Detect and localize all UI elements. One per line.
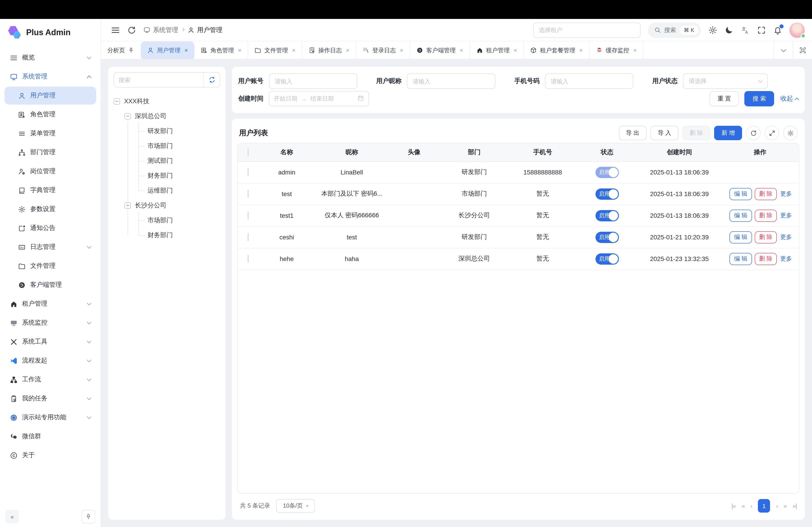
tab-tenant-package-mgmt[interactable]: 租户套餐管理 ×	[524, 42, 589, 59]
import-button[interactable]: 导 入	[651, 126, 678, 140]
tree-node-branch[interactable]: 长沙分公司	[125, 198, 220, 213]
sidebar-item-system-mgmt[interactable]: 系统管理	[4, 67, 96, 86]
collapse-filters-link[interactable]: 收起	[780, 95, 798, 103]
settings-gear-icon[interactable]	[708, 26, 717, 34]
sidebar-item-dict-mgmt[interactable]: 字典管理	[4, 181, 96, 199]
sidebar-pin-button[interactable]	[82, 510, 95, 523]
row-delete-button[interactable]: 删 除	[755, 231, 777, 243]
refresh-icon[interactable]	[127, 26, 136, 34]
sidebar-item-workflow[interactable]: 工作流	[4, 371, 96, 389]
status-select[interactable]: 请选择	[683, 74, 768, 89]
sidebar-collapse-button[interactable]: «	[5, 510, 19, 523]
content-fullscreen-button[interactable]	[793, 42, 812, 59]
sidebar-item-menu-mgmt[interactable]: 菜单管理	[4, 124, 96, 142]
sidebar-item-user-mgmt[interactable]: 用户管理	[4, 87, 96, 105]
user-avatar[interactable]	[789, 22, 805, 37]
row-delete-button[interactable]: 删 除	[755, 188, 777, 200]
table-expand-button[interactable]	[765, 126, 779, 140]
date-range-picker[interactable]: 开始日期 → 结束日期	[269, 91, 369, 106]
fullscreen-icon[interactable]	[757, 26, 766, 34]
status-toggle[interactable]: 启用	[595, 167, 619, 178]
sidebar-item-dept-mgmt[interactable]: 部门管理	[4, 144, 96, 161]
close-tab-icon[interactable]: ×	[292, 47, 295, 54]
status-toggle[interactable]: 启用	[595, 253, 619, 265]
global-search[interactable]: 搜索 ⌘ K	[648, 22, 701, 37]
sidebar-item-param-settings[interactable]: 参数设置	[4, 200, 96, 218]
breadcrumb-user-mgmt[interactable]: 用户管理	[188, 26, 222, 34]
tab-file-mgmt[interactable]: 文件管理 ×	[248, 42, 302, 59]
collapse-box-icon[interactable]	[125, 202, 131, 209]
tree-leaf[interactable]: 市场部门	[139, 213, 220, 228]
first-page-button[interactable]: |«	[731, 502, 736, 509]
export-button[interactable]: 导 出	[619, 126, 647, 140]
close-tab-icon[interactable]: ×	[346, 47, 349, 54]
sidebar-item-file-mgmt[interactable]: 文件管理	[4, 257, 96, 275]
sidebar-item-my-tasks[interactable]: 我的任务	[4, 390, 96, 408]
language-translate-icon[interactable]: 文A	[741, 26, 750, 34]
sidebar-item-system-tools[interactable]: 系统工具	[4, 333, 96, 351]
add-button[interactable]: 新 增	[714, 126, 742, 140]
row-delete-button[interactable]: 删 除	[755, 253, 777, 265]
tree-leaf[interactable]: 财务部门	[139, 168, 220, 183]
sidebar-item-tenant-mgmt[interactable]: 租户管理	[4, 295, 96, 313]
tree-search-input[interactable]	[114, 76, 203, 83]
close-tab-icon[interactable]: ×	[185, 47, 188, 54]
row-checkbox[interactable]	[248, 211, 249, 220]
status-toggle[interactable]: 启用	[595, 231, 619, 243]
close-tab-icon[interactable]: ×	[238, 47, 241, 54]
more-button[interactable]: 更多	[780, 212, 792, 219]
sidebar-item-wechat-group[interactable]: 微信群	[4, 427, 96, 446]
tab-list-dropdown-button[interactable]	[774, 42, 793, 59]
column-settings-gear-button[interactable]	[783, 126, 798, 140]
sidebar-item-role-mgmt[interactable]: 角色管理	[4, 105, 96, 123]
table-refresh-button[interactable]	[746, 126, 760, 140]
tab-role-mgmt[interactable]: 角色管理 ×	[194, 42, 248, 59]
more-button[interactable]: 更多	[780, 255, 792, 262]
row-checkbox[interactable]	[248, 168, 249, 176]
row-checkbox[interactable]	[248, 255, 249, 263]
nickname-input[interactable]	[407, 74, 495, 89]
edit-button[interactable]: 编 辑	[729, 188, 752, 200]
status-toggle[interactable]: 启用	[595, 188, 619, 199]
tree-leaf[interactable]: 测试部门	[139, 153, 220, 168]
sidebar-item-demo-features[interactable]: 演示站专用功能	[4, 408, 96, 426]
tab-cache-monitor[interactable]: 缓存监控 ×	[590, 42, 643, 59]
sidebar-item-system-monitor[interactable]: 系统监控	[4, 314, 96, 332]
row-checkbox[interactable]	[248, 190, 249, 198]
dark-mode-moon-icon[interactable]	[724, 26, 734, 34]
prev-page-button[interactable]: ‹	[751, 502, 752, 509]
tree-node-root[interactable]: XXX科技	[114, 94, 220, 109]
sidebar-item-process-start[interactable]: 流程发起	[4, 352, 96, 370]
delete-button[interactable]: 删 除	[683, 126, 710, 140]
hamburger-menu-icon[interactable]	[111, 26, 120, 34]
account-input[interactable]	[269, 74, 357, 89]
breadcrumb-system-mgmt[interactable]: 系统管理	[143, 26, 178, 34]
sidebar-item-overview[interactable]: 概览	[4, 49, 96, 67]
collapse-box-icon[interactable]	[125, 113, 131, 119]
sidebar-item-about[interactable]: 关于	[4, 446, 96, 464]
more-button[interactable]: 更多	[780, 190, 792, 197]
edit-button[interactable]: 编 辑	[729, 253, 752, 265]
tab-client-mgmt[interactable]: 客户端管理 ×	[410, 42, 470, 59]
row-delete-button[interactable]: 删 除	[755, 209, 777, 222]
tree-leaf[interactable]: 运维部门	[139, 183, 220, 198]
row-checkbox[interactable]	[248, 233, 249, 241]
tab-user-mgmt[interactable]: 用户管理 ×	[141, 42, 194, 59]
phone-input[interactable]	[545, 74, 633, 89]
select-all-checkbox[interactable]	[248, 148, 249, 156]
collapse-box-icon[interactable]	[114, 98, 120, 104]
close-tab-icon[interactable]: ×	[400, 47, 403, 54]
tab-login-log[interactable]: 登录日志 ×	[356, 42, 410, 59]
notifications-bell-icon[interactable]	[773, 26, 782, 34]
tree-node-branch[interactable]: 深圳总公司	[125, 109, 220, 123]
close-tab-icon[interactable]: ×	[460, 47, 463, 54]
search-button[interactable]: 搜 索	[744, 91, 774, 106]
close-tab-icon[interactable]: ×	[579, 47, 583, 54]
current-page-button[interactable]: 1	[758, 499, 770, 513]
close-tab-icon[interactable]: ×	[633, 47, 637, 54]
sidebar-item-post-mgmt[interactable]: 岗位管理	[4, 162, 96, 180]
edit-button[interactable]: 编 辑	[729, 209, 752, 222]
back-10-pages-button[interactable]: «	[741, 502, 744, 509]
tree-refresh-button[interactable]	[203, 73, 220, 87]
sidebar-item-notice[interactable]: 通知公告	[4, 219, 96, 237]
